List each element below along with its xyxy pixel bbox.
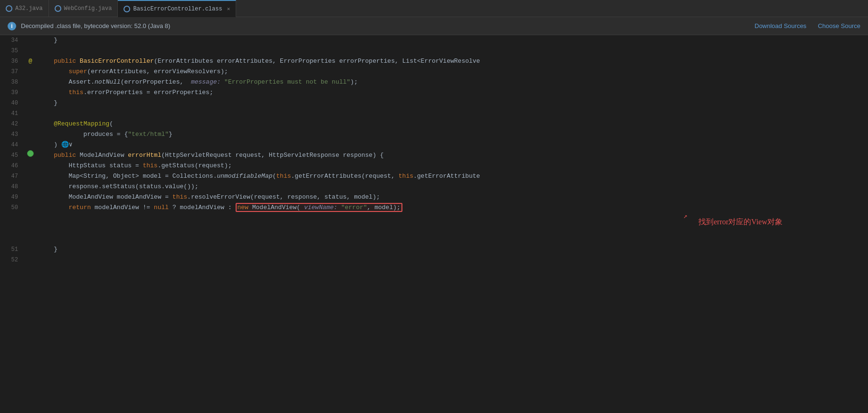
line-num-40: 40: [0, 98, 24, 108]
line-content-48: response.setStatus(status.value());: [37, 182, 868, 192]
line-content-44: ) 🌐∨: [37, 140, 868, 150]
tab-label-basic: BasicErrorController.class: [133, 6, 222, 12]
line-num-49: 49: [0, 192, 24, 202]
line-content-41: [37, 108, 868, 119]
tab-basic[interactable]: BasicErrorController.class ✕: [118, 0, 236, 17]
line-num-50: 50: [0, 202, 24, 213]
choose-source-link[interactable]: Choose Source: [818, 22, 860, 29]
line-content-38: Assert.notNull(errorProperties, message:…: [37, 77, 868, 87]
code-line-44: 44 ) 🌐∨: [0, 140, 868, 150]
line-num-45: 45: [0, 150, 24, 161]
code-line-50: 50 return modelAndView != null ? modelAn…: [0, 202, 868, 244]
code-line-43: 43 produces = {"text/html"}: [0, 129, 868, 140]
line-content-43: produces = {"text/html"}: [37, 129, 868, 140]
info-right: Download Sources Choose Source: [754, 22, 860, 29]
code-line-45: 45 public ModelAndView errorHtml(HttpSer…: [0, 150, 868, 161]
info-left: i Decompiled .class file, bytecode versi…: [8, 22, 170, 30]
code-line-35: 35: [0, 46, 868, 56]
line-content-46: HttpStatus status = this.getStatus(reque…: [37, 161, 868, 171]
line-num-52: 52: [0, 255, 24, 265]
tab-label-webconfig: WebConfig.java: [64, 5, 112, 12]
tab-webconfig[interactable]: WebConfig.java: [49, 0, 118, 17]
info-message: Decompiled .class file, bytecode version…: [21, 22, 170, 29]
code-line-51: 51 }: [0, 244, 868, 255]
line-num-44: 44: [0, 140, 24, 150]
line-content-47: Map<String, Object> model = Collections.…: [37, 171, 868, 182]
code-line-52: 52: [0, 255, 868, 265]
line-num-47: 47: [0, 171, 24, 182]
line-content-40: }: [37, 98, 868, 108]
callout-text-50: 找到error对应的View对象: [698, 217, 782, 227]
highlight-new-modelandview: new ModelAndView( viewName: "error", mod…: [236, 203, 402, 212]
line-gutter-45: [24, 150, 37, 157]
code-line-48: 48 response.setStatus(status.value());: [0, 182, 868, 192]
line-num-37: 37: [0, 67, 24, 77]
code-line-49: 49 ModelAndView modelAndView = this.reso…: [0, 192, 868, 202]
code-line-34: 34 }: [0, 35, 868, 46]
tab-icon-basic: [124, 6, 130, 12]
line-num-36: 36: [0, 56, 24, 67]
annotation-marker-36: @: [29, 56, 32, 67]
line-num-41: 41: [0, 108, 24, 119]
tab-label-a32: A32.java: [15, 5, 43, 12]
code-area: 34 } 35 36 @ public BasicErrorController…: [0, 35, 868, 413]
tab-icon-webconfig: [55, 5, 61, 12]
line-content-39: this.errorProperties = errorProperties;: [37, 87, 868, 98]
green-circle-45: [27, 150, 34, 157]
code-line-38: 38 Assert.notNull(errorProperties, messa…: [0, 77, 868, 87]
callout-arrow-50: ↗: [684, 211, 687, 221]
tab-bar: A32.java WebConfig.java BasicErrorContro…: [0, 0, 868, 17]
line-content-37: super(errorAttributes, errorViewResolver…: [37, 67, 868, 77]
info-icon: i: [8, 22, 16, 30]
line-content-45: public ModelAndView errorHtml(HttpServle…: [37, 150, 868, 161]
tab-a32[interactable]: A32.java: [0, 0, 49, 17]
code-line-37: 37 super(errorAttributes, errorViewResol…: [0, 67, 868, 77]
code-line-41: 41: [0, 108, 868, 119]
line-num-46: 46: [0, 161, 24, 171]
line-content-34: }: [37, 35, 868, 46]
line-num-35: 35: [0, 46, 24, 56]
line-content-42: @RequestMapping(: [37, 119, 868, 129]
line-num-48: 48: [0, 182, 24, 192]
line-content-49: ModelAndView modelAndView = this.resolve…: [37, 192, 868, 202]
code-line-47: 47 Map<String, Object> model = Collectio…: [0, 171, 868, 182]
code-line-36: 36 @ public BasicErrorController(ErrorAt…: [0, 56, 868, 67]
line-content-52: [37, 255, 868, 265]
line-content-51: }: [37, 244, 868, 255]
info-bar: i Decompiled .class file, bytecode versi…: [0, 17, 868, 35]
line-gutter-36: @: [24, 56, 37, 67]
line-num-51: 51: [0, 244, 24, 255]
tab-close-basic[interactable]: ✕: [227, 6, 230, 12]
code-line-46: 46 HttpStatus status = this.getStatus(re…: [0, 161, 868, 171]
line-num-34: 34: [0, 35, 24, 46]
line-num-38: 38: [0, 77, 24, 87]
download-sources-link[interactable]: Download Sources: [754, 22, 806, 29]
line-content-50: return modelAndView != null ? modelAndVi…: [37, 202, 868, 244]
tab-icon-a32: [6, 5, 12, 12]
code-line-39: 39 this.errorProperties = errorPropertie…: [0, 87, 868, 98]
code-line-40: 40 }: [0, 98, 868, 108]
line-num-42: 42: [0, 119, 24, 129]
line-num-43: 43: [0, 129, 24, 140]
line-num-39: 39: [0, 87, 24, 98]
line-content-36: public BasicErrorController(ErrorAttribu…: [37, 56, 868, 67]
line-content-35: [37, 46, 868, 56]
code-line-42: 42 @RequestMapping(: [0, 119, 868, 129]
